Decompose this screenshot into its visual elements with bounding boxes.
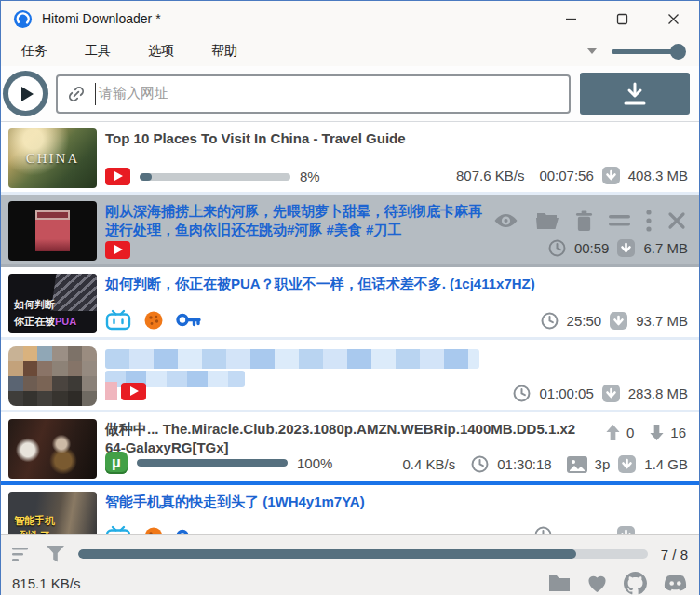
clock-icon xyxy=(470,454,490,474)
url-placeholder: 请输入网址 xyxy=(99,85,168,102)
size-badge-icon xyxy=(616,525,636,534)
seeders-count: 0 xyxy=(626,425,634,440)
youtube-icon xyxy=(105,168,130,185)
open-folder-icon[interactable] xyxy=(535,210,559,231)
equalize-icon[interactable] xyxy=(609,214,630,227)
size-value: 93.7 MB xyxy=(636,313,688,329)
time-value: 00:07:56 xyxy=(539,168,593,183)
censor-pixel xyxy=(105,382,117,400)
download-stats: 01:00:05 283.8 MB xyxy=(512,384,688,403)
link-icon xyxy=(63,80,89,106)
utorrent-icon: µ xyxy=(105,452,128,474)
download-title: 刚从深海捕捞上来的河豚，先喂胡萝卜甜晕，待到彻底卡麻再进行处理，鱼肉依旧还在跳动… xyxy=(105,202,491,240)
speed-value: 0.4 KB/s xyxy=(403,456,456,472)
more-kebab-icon[interactable] xyxy=(646,210,652,232)
leechers-down-icon xyxy=(649,424,665,441)
video-thumbnail-censored xyxy=(8,346,97,406)
download-item-5[interactable]: 做种中... The.Miracle.Club.2023.1080p.AMZN.… xyxy=(1,412,699,485)
download-stats: 807.6 KB/s 00:07:56 408.3 MB xyxy=(456,166,688,185)
preview-eye-icon[interactable] xyxy=(492,210,519,231)
discord-icon[interactable] xyxy=(663,574,688,593)
size-badge-icon xyxy=(616,238,636,258)
overall-progress-bar xyxy=(78,549,648,559)
video-thumbnail: 智能手机 到头了 xyxy=(8,492,97,534)
cookie-icon xyxy=(143,310,164,331)
size-badge-icon xyxy=(609,311,628,331)
clock-icon xyxy=(540,311,559,331)
size-value: 6.7 MB xyxy=(643,240,688,256)
youtube-icon xyxy=(105,241,130,259)
leechers-count: 16 xyxy=(670,425,686,440)
app-logo-icon xyxy=(13,9,33,29)
cookie-icon xyxy=(143,526,164,535)
download-stats: 0.4 KB/s 01:30:18 3p 1.4 GB xyxy=(403,454,688,474)
size-value: 408.3 MB xyxy=(628,168,688,183)
peer-counts: 0 16 xyxy=(605,424,686,441)
progress-bar xyxy=(137,459,288,467)
progress-label: 100% xyxy=(297,455,332,471)
download-title: 智能手机真的快走到头了 (1WH4y1m7YA) xyxy=(105,493,365,511)
trash-icon[interactable] xyxy=(575,210,593,232)
queue-count: 7 / 8 xyxy=(661,547,688,562)
size-value: 1.4 GB xyxy=(644,456,688,472)
speed-limit-slider[interactable] xyxy=(612,43,684,60)
minimize-button[interactable] xyxy=(545,1,597,36)
download-title: 如何判断，你正在被PUA？职业不一样，但话术差不多. (1cj411x7HZ) xyxy=(105,275,535,293)
size-value: 283.8 MB xyxy=(628,385,688,401)
size-badge-icon xyxy=(617,454,637,474)
video-thumbnail xyxy=(8,419,97,479)
menu-tools[interactable]: 工具 xyxy=(75,39,120,63)
sort-list-icon[interactable] xyxy=(12,547,33,562)
maximize-button[interactable] xyxy=(597,1,648,36)
url-bar: 请输入网址 xyxy=(1,66,699,122)
pages-icon xyxy=(567,456,587,473)
play-icon xyxy=(21,87,34,101)
download-button[interactable] xyxy=(580,73,690,115)
video-thumbnail: CHINA xyxy=(8,128,97,188)
app-window: Hitomi Downloader * 任务 工具 选项 帮助 xyxy=(0,0,700,595)
download-list: CHINA Top 10 Places To Visit In China - … xyxy=(1,122,699,534)
censored-title-line xyxy=(105,349,479,369)
time-value: 00:59 xyxy=(574,240,610,256)
size-badge-icon xyxy=(601,166,621,185)
github-icon[interactable] xyxy=(624,572,647,595)
download-item-6[interactable]: 智能手机 到头了 智能手机真的快走到头了 (1WH4y1m7YA) xyxy=(1,485,699,534)
close-button[interactable] xyxy=(648,1,699,36)
size-badge-icon xyxy=(601,384,621,403)
menu-tasks[interactable]: 任务 xyxy=(12,39,57,63)
url-input[interactable]: 请输入网址 xyxy=(56,74,571,114)
downloads-folder-icon[interactable] xyxy=(548,574,571,592)
menu-options[interactable]: 选项 xyxy=(139,39,183,63)
seeders-up-icon xyxy=(605,424,621,441)
statusbar: 7 / 8 815.1 KB/s xyxy=(1,534,699,595)
download-item-2[interactable]: 刚从深海捕捞上来的河豚，先喂胡萝卜甜晕，待到彻底卡麻再进行处理，鱼肉依旧还在跳动… xyxy=(1,195,699,267)
key-icon xyxy=(176,312,201,328)
time-value: 01:30:18 xyxy=(497,456,551,472)
total-speed: 815.1 KB/s xyxy=(12,575,80,591)
titlebar: Hitomi Downloader * xyxy=(1,1,699,36)
slider-thumb[interactable] xyxy=(670,44,686,60)
download-stats: 25:50 93.7 MB xyxy=(540,311,688,331)
video-thumbnail: 如何判断 你正在被PUA xyxy=(8,274,97,333)
clock-icon xyxy=(547,238,567,258)
text-cursor xyxy=(95,83,96,105)
download-title: Top 10 Places To Visit In China - Travel… xyxy=(105,129,406,148)
time-value: 01:00:05 xyxy=(539,385,593,401)
menu-help[interactable]: 帮助 xyxy=(202,39,247,63)
speed-value: 807.6 KB/s xyxy=(456,168,524,183)
filter-funnel-icon[interactable] xyxy=(46,545,65,563)
window-title: Hitomi Downloader * xyxy=(42,11,161,26)
bilibili-icon xyxy=(105,309,131,331)
progress-label: 8% xyxy=(300,169,320,184)
download-item-1[interactable]: CHINA Top 10 Places To Visit In China - … xyxy=(1,122,699,195)
menubar: 任务 工具 选项 帮助 xyxy=(1,36,699,66)
chevron-down-icon[interactable] xyxy=(587,48,597,54)
favorite-heart-icon[interactable] xyxy=(586,574,608,593)
youtube-icon xyxy=(121,383,146,400)
download-item-3[interactable]: 如何判断 你正在被PUA 如何判断，你正在被PUA？职业不一样，但话术差不多. … xyxy=(1,267,699,340)
download-item-4[interactable]: 01:00:05 283.8 MB xyxy=(1,340,699,412)
download-icon xyxy=(621,81,649,107)
remove-x-icon[interactable] xyxy=(667,211,686,230)
start-queue-button[interactable] xyxy=(3,71,48,116)
clock-icon xyxy=(533,525,553,534)
